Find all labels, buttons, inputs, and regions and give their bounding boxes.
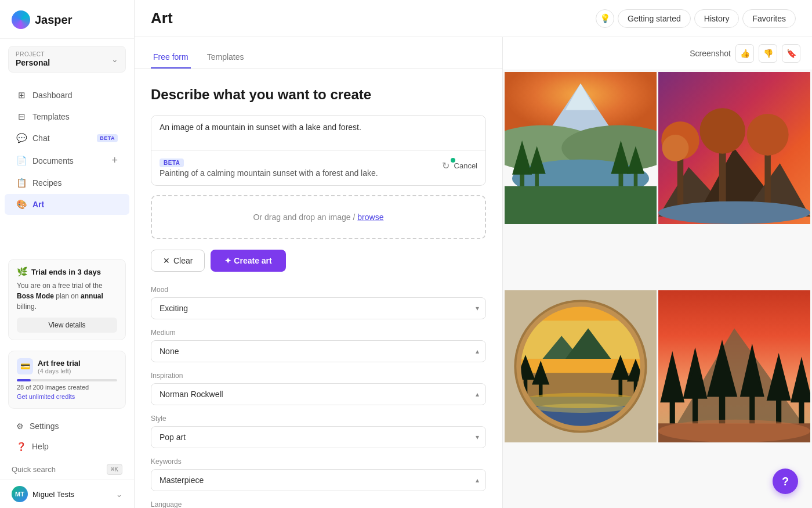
- keywords-select-wrapper: Masterpiece Vivid Detailed Minimalist ▴: [151, 469, 486, 491]
- art-progress-text: 28 of 200 images created: [17, 384, 117, 391]
- sidebar-nav: ⊞ Dashboard ⊟ Templates 💬 Chat BETA 📄 Do…: [0, 80, 134, 253]
- help-fab-button[interactable]: ?: [773, 469, 798, 494]
- panel-body: Describe what you want to create An imag…: [135, 69, 502, 508]
- medium-select-wrapper: None Oil painting Watercolor Pencil sket…: [151, 340, 486, 362]
- sidebar-item-label: Dashboard: [32, 91, 72, 100]
- sidebar-item-label: Recipes: [32, 178, 62, 188]
- cancel-button[interactable]: Cancel: [454, 161, 477, 170]
- prompt-box: An image of a mountain in sunset with a …: [151, 115, 486, 186]
- view-details-button[interactable]: View details: [17, 318, 117, 333]
- lightbulb-button[interactable]: 💡: [596, 9, 614, 28]
- art-trial-banner: 💳 Art free trial (4 days left) 28 of 200…: [8, 351, 126, 409]
- chat-icon: 💬: [16, 133, 27, 143]
- inspiration-select[interactable]: Norman Rockwell Monet Van Gogh Picasso R…: [151, 383, 486, 405]
- prompt-editing-text: Painting of a calming mountain sunset wi…: [160, 167, 442, 179]
- keywords-select[interactable]: Masterpiece Vivid Detailed Minimalist: [151, 469, 486, 491]
- trial-text: You are on a free trial of the Boss Mode…: [17, 280, 117, 312]
- user-avatar: MT: [12, 486, 28, 502]
- art-progress-bar: [17, 379, 117, 381]
- language-section: Language English Spanish French German J…: [151, 500, 486, 508]
- gallery-grid: [503, 70, 812, 508]
- user-row[interactable]: MT Miguel Tests ⌄: [0, 480, 134, 508]
- templates-icon: ⊟: [16, 111, 27, 122]
- chat-beta-badge: BETA: [97, 134, 118, 142]
- tab-templates[interactable]: Templates: [205, 46, 246, 69]
- refresh-icon[interactable]: ↻: [442, 160, 449, 171]
- svg-point-27: [658, 201, 810, 224]
- browse-link[interactable]: browse: [357, 212, 383, 222]
- getting-started-button[interactable]: Getting started: [618, 9, 691, 28]
- sidebar-item-label: Art: [32, 200, 44, 209]
- inspiration-select-wrapper: Norman Rockwell Monet Van Gogh Picasso R…: [151, 383, 486, 405]
- style-label: Style: [151, 415, 486, 423]
- sidebar-item-label: Chat: [32, 134, 50, 143]
- sidebar-item-recipes[interactable]: 📋 Recipes: [5, 172, 129, 193]
- settings-label: Settings: [30, 421, 59, 431]
- drop-zone[interactable]: Or drag and drop an image / browse: [151, 195, 486, 239]
- gallery-image-1[interactable]: [505, 72, 657, 224]
- bookmark-button[interactable]: 🔖: [782, 44, 800, 63]
- trial-icon: 🌿: [17, 266, 28, 277]
- sidebar-item-label: Templates: [32, 112, 70, 121]
- svg-point-22: [662, 135, 689, 161]
- trial-title: Trial ends in 3 days: [31, 268, 101, 276]
- action-row: ✕ Clear ✦ Create art: [151, 250, 486, 272]
- trial-banner: 🌿 Trial ends in 3 days You are on a free…: [8, 259, 126, 340]
- art-icon: 🎨: [16, 199, 27, 210]
- keywords-label: Keywords: [151, 457, 486, 466]
- quick-search-row[interactable]: Quick search ⌘K: [0, 459, 134, 480]
- style-select-wrapper: Pop art Impressionism Realism Abstract S…: [151, 426, 486, 448]
- mood-select-wrapper: Exciting Calm Dramatic Mysterious Joyful…: [151, 297, 486, 319]
- keywords-section: Keywords Masterpiece Vivid Detailed Mini…: [151, 457, 486, 491]
- gallery-header: Screenshot 👍 👎 🔖: [503, 37, 812, 70]
- documents-icon: 📄: [16, 156, 27, 166]
- sidebar-item-settings[interactable]: ⚙ Settings: [5, 416, 129, 436]
- create-art-button[interactable]: ✦ Create art: [211, 250, 285, 272]
- recipes-icon: 📋: [16, 178, 27, 188]
- clear-button[interactable]: ✕ Clear: [151, 250, 205, 272]
- project-selector[interactable]: PROJECT Personal ⌄: [8, 46, 126, 73]
- medium-select[interactable]: None Oil painting Watercolor Pencil sket…: [151, 340, 486, 362]
- art-trial-title: Art free trial: [38, 359, 81, 368]
- settings-icon: ⚙: [16, 421, 24, 431]
- project-chevron-icon: ⌄: [111, 55, 118, 64]
- sidebar-item-dashboard[interactable]: ⊞ Dashboard: [5, 85, 129, 106]
- content-area: Free form Templates Describe what you wa…: [135, 37, 812, 508]
- prompt-editing-row: BETA Painting of a calming mountain suns…: [151, 151, 485, 185]
- get-credits-link[interactable]: Get unlimited credits: [17, 393, 75, 400]
- sidebar-logo[interactable]: Jasper: [0, 0, 134, 39]
- thumbs-up-button[interactable]: 👍: [735, 44, 754, 63]
- style-section: Style Pop art Impressionism Realism Abst…: [151, 415, 486, 448]
- page-title: Art: [151, 9, 173, 27]
- art-trial-icon: 💳: [17, 358, 33, 374]
- sidebar-item-art[interactable]: 🎨 Art: [5, 194, 129, 215]
- tab-free-form[interactable]: Free form: [151, 46, 191, 69]
- right-panel: Screenshot 👍 👎 🔖: [503, 37, 812, 508]
- favorites-button[interactable]: Favorites: [742, 9, 796, 28]
- svg-rect-15: [505, 186, 657, 225]
- thumbs-down-button[interactable]: 👎: [759, 44, 777, 63]
- describe-title: Describe what you want to create: [151, 85, 486, 103]
- mood-label: Mood: [151, 286, 486, 294]
- style-select[interactable]: Pop art Impressionism Realism Abstract S…: [151, 426, 486, 448]
- mood-section: Mood Exciting Calm Dramatic Mysterious J…: [151, 286, 486, 319]
- gallery-image-4[interactable]: [658, 290, 810, 442]
- prompt-input[interactable]: An image of a mountain in sunset with a …: [151, 116, 485, 148]
- project-name: Personal: [16, 58, 50, 67]
- user-chevron-icon: ⌄: [116, 490, 122, 499]
- history-button[interactable]: History: [694, 9, 740, 28]
- mood-select[interactable]: Exciting Calm Dramatic Mysterious Joyful: [151, 297, 486, 319]
- svg-point-67: [658, 419, 810, 442]
- project-label: PROJECT: [16, 51, 50, 57]
- sidebar-item-chat[interactable]: 💬 Chat BETA: [5, 128, 129, 149]
- documents-add-icon[interactable]: +: [111, 154, 118, 167]
- gallery-image-2[interactable]: [658, 72, 810, 224]
- sidebar-item-help[interactable]: ❓ Help: [5, 437, 129, 456]
- main-area: Art 💡 Getting started History Favorites …: [135, 0, 812, 508]
- sidebar-item-templates[interactable]: ⊟ Templates: [5, 106, 129, 127]
- quick-search-label: Quick search: [12, 465, 56, 474]
- medium-label: Medium: [151, 329, 486, 337]
- app-name: Jasper: [35, 13, 72, 27]
- sidebar-item-documents[interactable]: 📄 Documents +: [5, 149, 129, 172]
- gallery-image-3[interactable]: [505, 290, 657, 442]
